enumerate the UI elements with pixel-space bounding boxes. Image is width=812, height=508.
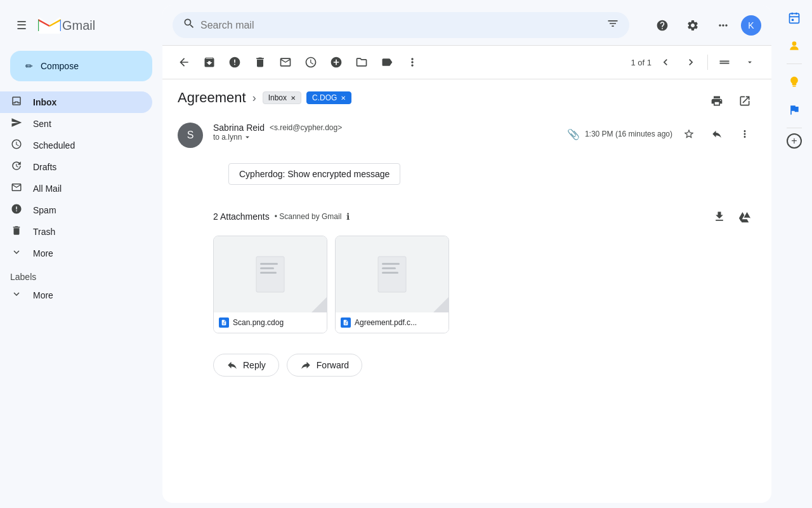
file-type-indicator — [341, 318, 351, 328]
forward-button[interactable]: Forward — [287, 354, 362, 377]
reply-quick-button[interactable] — [705, 123, 728, 145]
next-email-button[interactable] — [679, 51, 702, 74]
attachment-actions — [708, 205, 756, 228]
calendar-panel-button[interactable] — [782, 5, 807, 30]
menu-icon[interactable]: ☰ — [10, 14, 33, 37]
keep-panel-button[interactable] — [782, 69, 807, 95]
reply-section: Reply Forward — [162, 344, 771, 397]
delete-button[interactable] — [249, 51, 272, 74]
sidebar-item-scheduled[interactable]: Scheduled — [0, 135, 152, 156]
file-type-indicator — [219, 318, 229, 328]
back-button[interactable] — [173, 51, 195, 74]
save-to-drive-button[interactable] — [733, 205, 756, 228]
sent-label: Sent — [33, 119, 142, 129]
all-mail-icon — [10, 182, 23, 196]
scheduled-label: Scheduled — [33, 140, 142, 150]
compose-label: Compose — [41, 61, 79, 71]
email-subject: Agreement — [178, 90, 246, 106]
star-button[interactable] — [678, 123, 700, 145]
download-all-button[interactable] — [708, 205, 731, 228]
right-panel: + — [776, 0, 812, 508]
attachments-count: 2 Attachments — [213, 211, 270, 222]
archive-button[interactable] — [198, 51, 221, 74]
svg-point-13 — [792, 41, 797, 46]
avatar[interactable]: K — [741, 15, 761, 36]
more-nav-label: More — [33, 248, 142, 258]
filter-icon[interactable] — [606, 17, 619, 33]
view-dropdown-button[interactable] — [738, 51, 761, 74]
view-toggle-button[interactable] — [713, 51, 736, 74]
info-icon[interactable]: ℹ — [346, 211, 350, 222]
inbox-label-badge[interactable]: Inbox ✕ — [263, 91, 301, 104]
encrypted-message-button[interactable]: Cypherdog: Show encrypted message — [228, 163, 400, 185]
apps-button[interactable] — [710, 13, 736, 38]
cdog-label-badge[interactable]: C.DOG ✕ — [306, 91, 351, 104]
forward-arrow: › — [252, 91, 256, 105]
reply-button[interactable]: Reply — [213, 354, 279, 377]
attachment-filename-1: Scan.png.cdog — [233, 318, 284, 327]
attachment-preview — [214, 236, 327, 312]
sidebar-item-all-mail[interactable]: All Mail — [0, 178, 152, 199]
labels-section-header: Labels — [0, 264, 162, 284]
attachments-header: 2 Attachments • Scanned by Gmail ℹ — [213, 205, 756, 228]
reply-label: Reply — [243, 360, 266, 370]
sidebar-item-sent[interactable]: Sent — [0, 113, 152, 135]
sidebar-item-more-nav[interactable]: More — [0, 243, 152, 264]
sidebar-item-drafts[interactable]: Drafts — [0, 156, 152, 178]
svg-rect-11 — [790, 13, 799, 23]
panel-divider — [787, 128, 802, 128]
spam-label: Spam — [33, 205, 142, 215]
tasks-panel-button[interactable] — [782, 97, 807, 123]
more-email-actions-button[interactable] — [401, 51, 424, 74]
search-input[interactable] — [200, 20, 601, 31]
cdog-label-close[interactable]: ✕ — [341, 95, 346, 102]
search-icon — [183, 17, 195, 33]
add-task-button[interactable] — [325, 51, 348, 74]
sidebar-item-spam[interactable]: Spam — [0, 199, 152, 221]
more-labels-label: More — [33, 290, 142, 300]
search-bar — [173, 12, 629, 38]
more-actions-button[interactable] — [733, 123, 756, 145]
svg-rect-4 — [260, 267, 274, 269]
email-header-right — [705, 90, 756, 112]
main-content: K 1 of — [162, 5, 771, 503]
labels-button[interactable] — [376, 51, 398, 74]
sidebar-item-more-labels[interactable]: More — [0, 284, 152, 306]
compose-button[interactable]: ✏ Compose — [10, 51, 152, 81]
add-button[interactable]: + — [787, 133, 802, 149]
chevron-down-icon-labels — [10, 288, 23, 303]
help-button[interactable] — [650, 13, 675, 38]
settings-button[interactable] — [680, 13, 705, 38]
inbox-label-close[interactable]: ✕ — [291, 95, 296, 102]
sender-name: Sabrina Reid — [213, 123, 265, 133]
svg-rect-3 — [260, 263, 278, 265]
new-window-button[interactable] — [733, 90, 756, 112]
sidebar-item-inbox[interactable]: Inbox — [0, 91, 152, 113]
inbox-icon — [10, 95, 23, 110]
print-button[interactable] — [705, 90, 728, 112]
email-header: Agreement › Inbox ✕ C.DOG ✕ — [162, 79, 771, 117]
email-timestamp: 1:30 PM (16 minutes ago) — [585, 130, 672, 138]
attachments-section: 2 Attachments • Scanned by Gmail ℹ — [162, 205, 771, 344]
svg-rect-10 — [382, 272, 398, 274]
attachment-item[interactable]: Agreement.pdf.c... — [335, 236, 449, 333]
sender-info: Sabrina Reid <s.reid@cypher.dog> to a.ly… — [213, 123, 557, 142]
prev-email-button[interactable] — [654, 51, 677, 74]
sidebar-item-trash[interactable]: Trash — [0, 221, 152, 243]
email-subject-row: Agreement › Inbox ✕ C.DOG ✕ — [178, 90, 351, 106]
svg-rect-5 — [260, 272, 277, 274]
attachment-item[interactable]: Scan.png.cdog — [213, 236, 327, 333]
svg-rect-6 — [378, 257, 406, 292]
attachment-paperclip-icon: 📎 — [567, 128, 580, 140]
scanned-text: • Scanned by Gmail — [275, 212, 342, 221]
chevron-down-icon — [10, 246, 23, 261]
all-mail-label: All Mail — [33, 184, 142, 194]
snooze-button[interactable] — [299, 51, 322, 74]
mark-unread-button[interactable] — [274, 51, 297, 74]
sender-avatar: S — [178, 123, 203, 148]
report-spam-button[interactable] — [223, 51, 246, 74]
contacts-panel-button[interactable] — [782, 33, 807, 58]
move-to-button[interactable] — [350, 51, 373, 74]
sidebar: ☰ Gmail ✏ Compose Inbox Sent Scheduled D… — [0, 0, 162, 508]
trash-label: Trash — [33, 227, 142, 237]
